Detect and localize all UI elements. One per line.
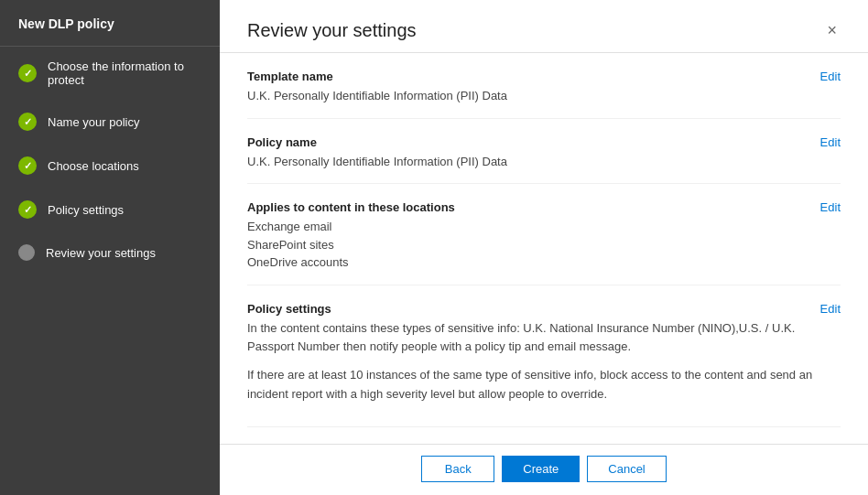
sidebar-item-choose-locations[interactable]: ✓ Choose locations xyxy=(0,144,220,188)
policy-settings-edit-button[interactable]: Edit xyxy=(820,302,841,316)
panel-content: Template name Edit U.K. Personally Ident… xyxy=(220,53,868,444)
location-sharepoint: SharePoint sites xyxy=(247,236,841,254)
sidebar-item-label-policy-settings: Policy settings xyxy=(48,203,124,217)
sidebar-item-review-settings[interactable]: Review your settings xyxy=(0,231,220,274)
locations-values: Exchange email SharePoint sites OneDrive… xyxy=(247,218,841,272)
sidebar-item-policy-settings[interactable]: ✓ Policy settings xyxy=(0,188,220,231)
panel-footer: Back Create Cancel xyxy=(220,444,868,495)
panel-header: Review your settings × xyxy=(220,0,868,53)
main-panel: Review your settings × Template name Edi… xyxy=(220,0,868,495)
locations-edit-button[interactable]: Edit xyxy=(820,200,841,214)
policy-settings-section: Policy settings Edit In the content cont… xyxy=(247,285,841,427)
sidebar-item-choose-info[interactable]: ✓ Choose the information to protect xyxy=(0,47,220,100)
locations-label: Applies to content in these locations xyxy=(247,200,455,214)
policy-name-section: Policy name Edit U.K. Personally Identif… xyxy=(247,119,841,185)
sidebar-item-label-review-settings: Review your settings xyxy=(46,246,156,260)
locations-header: Applies to content in these locations Ed… xyxy=(247,200,841,214)
step-icon-choose-info: ✓ xyxy=(18,64,37,82)
policy-name-header: Policy name Edit xyxy=(247,135,841,149)
policy-settings-text2: If there are at least 10 instances of th… xyxy=(247,366,841,404)
template-name-header: Template name Edit xyxy=(247,70,841,83)
template-name-section: Template name Edit U.K. Personally Ident… xyxy=(247,53,841,119)
close-button[interactable]: × xyxy=(823,20,841,40)
policy-settings-header: Policy settings Edit xyxy=(247,302,841,316)
policy-name-edit-button[interactable]: Edit xyxy=(820,135,841,149)
template-name-edit-button[interactable]: Edit xyxy=(820,70,841,83)
policy-settings-label: Policy settings xyxy=(247,302,331,316)
step-icon-name-policy: ✓ xyxy=(18,113,37,131)
step-icon-choose-locations: ✓ xyxy=(18,156,37,175)
step-icon-policy-settings: ✓ xyxy=(18,200,37,219)
policy-settings-text1: In the content contains these types of s… xyxy=(247,319,841,358)
policy-name-label: Policy name xyxy=(247,135,317,149)
panel-title: Review your settings xyxy=(247,20,417,41)
sidebar-item-name-policy[interactable]: ✓ Name your policy xyxy=(0,100,220,144)
create-button[interactable]: Create xyxy=(502,456,580,482)
back-button[interactable]: Back xyxy=(421,456,494,482)
sidebar-title: New DLP policy xyxy=(0,0,220,47)
cancel-button[interactable]: Cancel xyxy=(587,456,666,482)
location-onedrive: OneDrive accounts xyxy=(247,253,841,272)
step-icon-review-settings xyxy=(18,244,35,261)
template-name-value: U.K. Personally Identifiable Information… xyxy=(247,87,841,105)
sidebar-item-label-name-policy: Name your policy xyxy=(48,115,139,129)
sidebar-item-label-choose-locations: Choose locations xyxy=(48,159,139,173)
template-name-label: Template name xyxy=(247,70,333,83)
locations-section: Applies to content in these locations Ed… xyxy=(247,184,841,285)
policy-name-value: U.K. Personally Identifiable Information… xyxy=(247,153,841,171)
sidebar: New DLP policy ✓ Choose the information … xyxy=(0,0,220,495)
location-exchange: Exchange email xyxy=(247,218,841,236)
sidebar-item-label-choose-info: Choose the information to protect xyxy=(48,59,201,87)
turn-policy-section: Turn policy on after it's created? Edit … xyxy=(247,427,841,444)
